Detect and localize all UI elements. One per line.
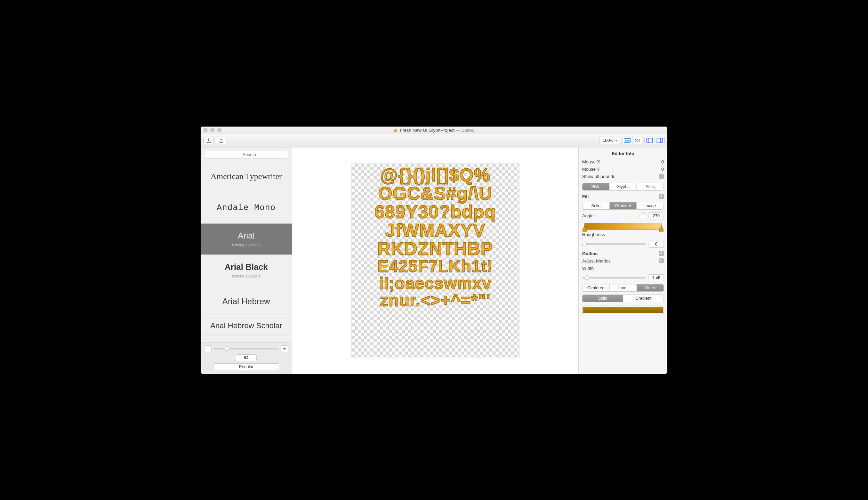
outline-gradient-button[interactable]: Gradient bbox=[623, 295, 664, 302]
canvas[interactable]: @{}()jl[]$Q% OGC&S#g/\U 689Y30?bdpq JfWM… bbox=[292, 147, 579, 374]
view-mode-segment: ABC bbox=[622, 137, 642, 144]
minimize-icon[interactable] bbox=[210, 128, 215, 132]
font-name: Andale Mono bbox=[217, 203, 275, 212]
show-bounds-checkbox[interactable] bbox=[659, 174, 664, 179]
font-name: American Typewriter bbox=[210, 172, 282, 181]
width-field[interactable] bbox=[649, 274, 664, 281]
svg-rect-2 bbox=[647, 138, 649, 143]
right-pane-icon bbox=[657, 138, 663, 143]
angle-dial[interactable] bbox=[640, 212, 646, 219]
pane-toggle-segment bbox=[644, 137, 665, 144]
font-item-arial[interactable]: Arial kerning available bbox=[201, 224, 292, 255]
font-sub: kerning available bbox=[232, 243, 261, 247]
glyph-line: OGC&S#g/\U bbox=[378, 184, 492, 203]
right-pane-toggle[interactable] bbox=[654, 137, 664, 144]
tab-atlas[interactable]: Atlas bbox=[636, 183, 664, 190]
toolbar: 100% ABC bbox=[201, 134, 667, 147]
edited-state: Edited bbox=[461, 128, 474, 133]
glyph-line: @{}()jl[]$Q% bbox=[380, 166, 490, 184]
size-increase-button[interactable]: + bbox=[281, 345, 288, 352]
glyph-line: 689Y30?bdpq bbox=[375, 203, 496, 221]
font-name: Arial Black bbox=[225, 262, 268, 272]
outline-solid-button[interactable]: Solid bbox=[582, 295, 623, 302]
inspector-title: Editor Info bbox=[582, 151, 664, 156]
outline-position-segment: Centered Inner Outer bbox=[582, 284, 664, 292]
abc-mode-button[interactable]: ABC bbox=[622, 137, 632, 144]
gradient-stop-right[interactable] bbox=[659, 226, 664, 232]
eye-icon bbox=[635, 138, 640, 143]
tab-style[interactable]: Style bbox=[582, 183, 609, 190]
font-list: American Typewriter Andale Mono Arial ke… bbox=[201, 161, 292, 342]
share-button[interactable] bbox=[216, 137, 226, 144]
artboard: @{}()jl[]$Q% OGC&S#g/\U 689Y30?bdpq JfWM… bbox=[351, 163, 520, 357]
angle-label: Angle bbox=[582, 213, 594, 218]
outline-label: Outline bbox=[582, 251, 598, 256]
import-button[interactable] bbox=[203, 137, 214, 144]
zoom-value: 100% bbox=[603, 138, 613, 143]
style-value: Regular bbox=[239, 364, 254, 369]
svg-rect-5 bbox=[660, 138, 662, 143]
font-style-select[interactable]: Regular ⌃⌄ bbox=[213, 363, 279, 370]
share-icon bbox=[218, 138, 224, 143]
search-input[interactable] bbox=[204, 151, 288, 159]
font-item-arial-hebrew[interactable]: Arial Hebrew bbox=[201, 286, 292, 317]
size-decrease-button[interactable]: - bbox=[204, 345, 212, 352]
font-sidebar: 🔍 American Typewriter Andale Mono Arial … bbox=[201, 147, 292, 374]
inspector-tabs: Style Glyphs Atlas bbox=[582, 183, 664, 191]
sidebar-footer: - + Regular ⌃⌄ bbox=[201, 342, 292, 374]
mouse-y-value: 0 bbox=[661, 167, 664, 172]
zoom-select[interactable]: 100% bbox=[600, 137, 620, 144]
roughness-slider[interactable] bbox=[582, 243, 646, 245]
filename: Fresh New UI.GlyphProject bbox=[400, 128, 455, 133]
font-sub: kerning available bbox=[232, 274, 261, 278]
roughness-label: Roughness bbox=[582, 232, 605, 237]
inspector: Editor Info Mouse X 0 Mouse Y 0 Show all… bbox=[579, 147, 667, 374]
adjust-metrics-checkbox[interactable] bbox=[659, 258, 664, 263]
fill-gradient-button[interactable]: Gradient bbox=[609, 202, 636, 209]
glyph-line: iI;oaecswmxv bbox=[379, 275, 491, 292]
outline-color-well[interactable] bbox=[582, 306, 664, 314]
app-window: Fresh New UI.GlyphProject — Edited 100% … bbox=[201, 127, 667, 374]
font-item-arial-black[interactable]: Arial Black kerning available bbox=[201, 255, 292, 286]
glyph-line: RKDZNTHBP bbox=[377, 240, 493, 258]
font-item-andale-mono[interactable]: Andale Mono bbox=[201, 192, 292, 224]
font-item-arial-hebrew-scholar[interactable]: Arial Hebrew Scholar bbox=[201, 317, 292, 335]
font-name: Arial bbox=[238, 231, 255, 241]
tab-glyphs[interactable]: Glyphs bbox=[609, 183, 636, 190]
mouse-x-value: 0 bbox=[661, 159, 664, 164]
window-title: Fresh New UI.GlyphProject — Edited bbox=[201, 128, 667, 133]
left-pane-toggle[interactable] bbox=[645, 137, 654, 144]
width-slider[interactable] bbox=[582, 277, 646, 279]
titlebar: Fresh New UI.GlyphProject — Edited bbox=[201, 127, 667, 134]
preview-mode-button[interactable] bbox=[632, 137, 642, 144]
fill-checkbox[interactable] bbox=[659, 194, 664, 199]
show-bounds-label: Show all bounds bbox=[582, 174, 615, 179]
gradient-stop-left[interactable] bbox=[582, 226, 587, 232]
glyph-line: znur.<>+^=*"' bbox=[380, 292, 490, 309]
outline-centered-button[interactable]: Centered bbox=[582, 284, 609, 291]
mouse-x-label: Mouse X bbox=[582, 159, 600, 164]
close-icon[interactable] bbox=[203, 128, 208, 132]
left-pane-icon bbox=[646, 138, 653, 143]
download-icon bbox=[206, 138, 211, 143]
fill-label: Fill bbox=[582, 194, 589, 199]
outline-inner-button[interactable]: Inner bbox=[609, 284, 636, 291]
size-slider[interactable] bbox=[214, 348, 279, 349]
fill-image-button[interactable]: Image bbox=[636, 202, 664, 209]
outline-outer-button[interactable]: Outer bbox=[636, 284, 664, 291]
angle-field[interactable] bbox=[649, 212, 664, 219]
size-field[interactable] bbox=[236, 354, 257, 361]
font-item-american-typewriter[interactable]: American Typewriter bbox=[201, 161, 292, 192]
svg-point-0 bbox=[637, 140, 638, 141]
mouse-y-label: Mouse Y bbox=[582, 167, 600, 172]
roughness-field[interactable] bbox=[649, 241, 664, 248]
document-icon bbox=[394, 129, 397, 132]
glyph-line: JfWMAXYV bbox=[385, 221, 485, 240]
fill-solid-button[interactable]: Solid bbox=[582, 202, 609, 209]
outline-checkbox[interactable] bbox=[659, 251, 664, 256]
gradient-editor[interactable] bbox=[584, 223, 662, 230]
traffic-lights bbox=[203, 128, 222, 132]
zoom-icon[interactable] bbox=[217, 128, 222, 132]
chevron-updown-icon: ⌃⌄ bbox=[274, 365, 277, 370]
fill-mode-segment: Solid Gradient Image bbox=[582, 202, 664, 210]
